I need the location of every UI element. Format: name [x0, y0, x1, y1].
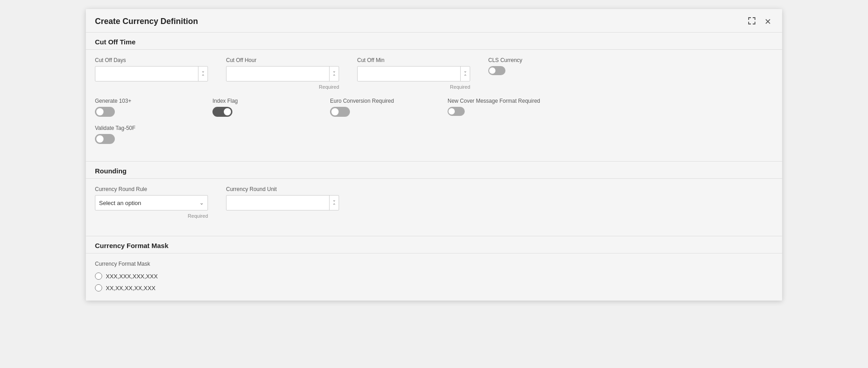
euro-conversion-label: Euro Conversion Required: [330, 98, 429, 104]
index-flag-toggle-wrapper: [212, 107, 312, 117]
generate-103-toggle[interactable]: [95, 107, 115, 117]
currency-round-rule-dropdown[interactable]: Select an option ⌄: [95, 195, 208, 210]
index-flag-toggle[interactable]: [212, 107, 232, 117]
cut-off-row-2: Generate 103+ Index Flag: [95, 98, 773, 117]
validate-tag50f-toggle-wrapper: [95, 134, 194, 144]
currency-round-unit-group: Currency Round Unit ⌄ ⌃: [226, 186, 339, 219]
cut-off-min-select[interactable]: [358, 67, 460, 81]
cut-off-days-dropdown[interactable]: ⌄ ⌃: [95, 66, 208, 81]
currency-format-mask-radio-group: XXX,XXX,XXX,XXX XX,XX,XX,XX,XXX: [95, 272, 773, 292]
cut-off-days-group: Cut Off Days ⌄ ⌃: [95, 57, 208, 90]
currency-format-mask-sub-label: Currency Format Mask: [95, 261, 773, 267]
cut-off-time-body: Cut Off Days ⌄ ⌃ Cut Off Hour: [86, 50, 782, 161]
modal-header: Create Currency Definition ✕: [86, 9, 782, 32]
cut-off-row-1: Cut Off Days ⌄ ⌃ Cut Off Hour: [95, 57, 773, 90]
index-flag-group: Index Flag: [212, 98, 312, 117]
euro-conversion-slider: [330, 107, 350, 117]
cut-off-min-chevrons: ⌄ ⌃: [460, 67, 470, 81]
new-cover-msg-slider: [448, 107, 465, 116]
index-flag-label: Index Flag: [212, 98, 312, 104]
cut-off-min-dropdown[interactable]: ⌄ ⌃: [357, 66, 470, 81]
cut-off-days-chevrons: ⌄ ⌃: [198, 67, 208, 81]
validate-tag50f-label: Validate Tag-50F: [95, 125, 194, 131]
euro-conversion-toggle[interactable]: [330, 107, 350, 117]
cut-off-min-required: Required: [357, 84, 470, 90]
validate-tag50f-toggle[interactable]: [95, 134, 115, 144]
cut-off-hour-select[interactable]: [226, 67, 329, 81]
cut-off-days-select[interactable]: [95, 67, 198, 81]
radio-option1-label: XXX,XXX,XXX,XXX: [106, 273, 158, 280]
radio-item-option1[interactable]: XXX,XXX,XXX,XXX: [95, 272, 773, 280]
validate-tag50f-group: Validate Tag-50F: [95, 125, 194, 144]
cut-off-hour-group: Cut Off Hour ⌄ ⌃ Required: [226, 57, 339, 90]
new-cover-msg-label: New Cover Message Format Required: [448, 98, 547, 104]
radio-option2[interactable]: [95, 284, 102, 292]
modal-title: Create Currency Definition: [95, 17, 198, 26]
cut-off-min-chevron-down[interactable]: ⌄: [463, 68, 467, 74]
currency-round-unit-chevron-up[interactable]: ⌃: [332, 203, 336, 208]
index-flag-slider: [212, 107, 232, 117]
cut-off-time-section: Cut Off Time Cut Off Days ⌄ ⌃: [86, 32, 782, 161]
currency-round-rule-group: Currency Round Rule Select an option ⌄ R…: [95, 186, 208, 219]
rounding-row-1: Currency Round Rule Select an option ⌄ R…: [95, 186, 773, 219]
cut-off-row-3: Validate Tag-50F: [95, 125, 773, 144]
cls-currency-slider: [488, 66, 505, 75]
radio-option2-label: XX,XX,XX,XX,XXX: [106, 285, 156, 292]
cls-currency-toggle[interactable]: [488, 66, 505, 75]
close-button[interactable]: ✕: [763, 17, 773, 27]
cut-off-days-chevron-up[interactable]: ⌃: [201, 74, 205, 79]
cut-off-hour-dropdown[interactable]: ⌄ ⌃: [226, 66, 339, 81]
cut-off-hour-label: Cut Off Hour: [226, 57, 339, 63]
currency-round-unit-select[interactable]: [226, 196, 329, 210]
generate-103-slider: [95, 107, 115, 117]
currency-round-rule-arrow-icon: ⌄: [196, 200, 208, 206]
expand-icon[interactable]: [746, 16, 757, 27]
cut-off-days-label: Cut Off Days: [95, 57, 208, 63]
currency-round-unit-chevron-down[interactable]: ⌄: [332, 197, 336, 203]
generate-103-toggle-wrapper: [95, 107, 194, 117]
currency-round-unit-chevrons: ⌄ ⌃: [329, 196, 339, 210]
euro-conversion-group: Euro Conversion Required: [330, 98, 429, 117]
validate-tag50f-slider: [95, 134, 115, 144]
cls-currency-toggle-wrapper: [488, 66, 588, 75]
new-cover-msg-group: New Cover Message Format Required: [448, 98, 547, 117]
euro-conversion-toggle-wrapper: [330, 107, 429, 117]
cut-off-hour-chevron-down[interactable]: ⌄: [332, 68, 336, 74]
cls-currency-group: CLS Currency: [488, 57, 588, 90]
new-cover-msg-toggle-wrapper: [448, 107, 547, 116]
new-cover-msg-toggle[interactable]: [448, 107, 465, 116]
currency-round-rule-label: Currency Round Rule: [95, 186, 208, 192]
cut-off-hour-chevrons: ⌄ ⌃: [329, 67, 339, 81]
currency-format-mask-section: Currency Format Mask Currency Format Mas…: [86, 236, 782, 301]
radio-option1[interactable]: [95, 272, 102, 280]
cut-off-hour-required: Required: [226, 84, 339, 90]
rounding-section-header: Rounding: [86, 161, 782, 179]
cut-off-hour-chevron-up[interactable]: ⌃: [332, 74, 336, 79]
currency-round-unit-label: Currency Round Unit: [226, 186, 339, 192]
currency-format-mask-section-header: Currency Format Mask: [86, 236, 782, 253]
cls-currency-label: CLS Currency: [488, 57, 588, 63]
rounding-section: Rounding Currency Round Rule Select an o…: [86, 161, 782, 236]
rounding-body: Currency Round Rule Select an option ⌄ R…: [86, 179, 782, 236]
cut-off-min-chevron-up[interactable]: ⌃: [463, 74, 467, 79]
modal-header-actions: ✕: [746, 16, 773, 27]
create-currency-definition-modal: Create Currency Definition ✕ Cut Off Tim…: [86, 9, 782, 301]
radio-item-option2[interactable]: XX,XX,XX,XX,XXX: [95, 284, 773, 292]
currency-format-mask-body: Currency Format Mask XXX,XXX,XXX,XXX XX,…: [86, 253, 782, 301]
currency-round-rule-select[interactable]: Select an option: [95, 196, 196, 210]
generate-103-group: Generate 103+: [95, 98, 194, 117]
currency-round-rule-required: Required: [95, 213, 208, 219]
cut-off-time-section-header: Cut Off Time: [86, 32, 782, 50]
cut-off-days-chevron-down[interactable]: ⌄: [201, 68, 205, 74]
currency-round-unit-dropdown[interactable]: ⌄ ⌃: [226, 195, 339, 210]
cut-off-min-label: Cut Off Min: [357, 57, 470, 63]
generate-103-label: Generate 103+: [95, 98, 194, 104]
cut-off-min-group: Cut Off Min ⌄ ⌃ Required: [357, 57, 470, 90]
